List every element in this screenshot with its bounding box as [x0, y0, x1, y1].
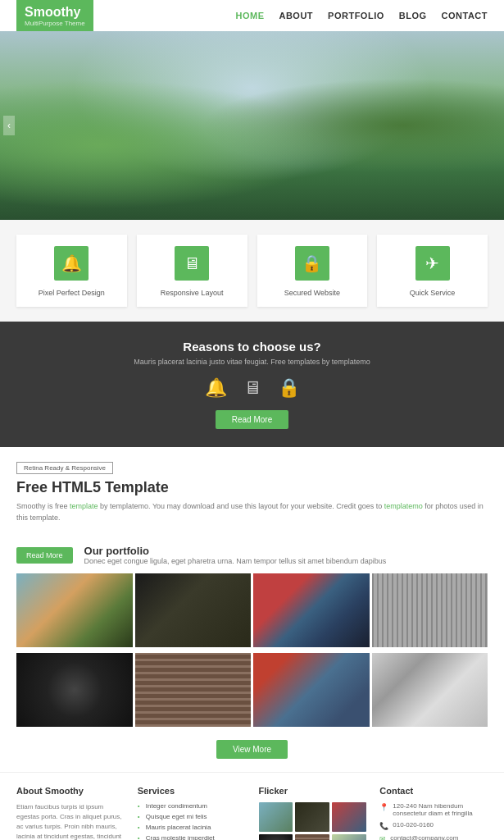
feature-card-2: 🖥 Responsive Layout	[137, 235, 247, 307]
feature-label-3: Secured Website	[284, 289, 340, 297]
feature-card-4: ✈ Quick Service	[377, 235, 488, 307]
header: Smoothy MultiPurpose Theme HOME ABOUT PO…	[0, 0, 504, 31]
portfolio-item-8[interactable]	[372, 653, 488, 727]
footer-services-col: Services Integer condimentum Quisque ege…	[138, 786, 246, 840]
flicker-grid	[259, 802, 367, 840]
flicker-item-6[interactable]	[332, 834, 366, 840]
flicker-item-3[interactable]	[332, 802, 366, 832]
badge-label: Retina Ready & Responsive	[16, 462, 113, 474]
nav-blog[interactable]: BLOG	[399, 11, 427, 21]
portfolio-item-1[interactable]	[16, 573, 133, 647]
contact-email: ✉ contact@company.com	[379, 834, 488, 840]
footer-flicker-title: Flicker	[259, 786, 367, 796]
portfolio-item-4[interactable]	[372, 573, 488, 647]
portfolio-item-7[interactable]	[253, 653, 370, 727]
monitor-icon: 🖥	[243, 377, 261, 399]
footer-about-text: Etiam faucibus turpis id ipsum egestas p…	[16, 802, 125, 840]
hero-banner: ‹	[0, 31, 504, 220]
bell-icon: 🔔	[205, 377, 227, 399]
service-item-2: Quisque eget mi felis	[138, 813, 246, 820]
view-more-button[interactable]: View More	[216, 740, 288, 759]
feature-label-1: Pixel Perfect Design	[39, 289, 105, 297]
flicker-item-1[interactable]	[259, 802, 293, 832]
feature-card-1: 🔔 Pixel Perfect Design	[16, 235, 127, 307]
lock-icon: 🔒	[278, 377, 300, 399]
flicker-item-5[interactable]	[295, 834, 329, 840]
footer-flicker-col: Flicker	[259, 786, 367, 840]
portfolio-item-3[interactable]	[253, 573, 370, 647]
contact-phone-text: 010-020-0160	[393, 821, 434, 829]
dark-icons: 🔔 🖥 🔒	[16, 377, 488, 399]
nav-about[interactable]: ABOUT	[279, 11, 313, 21]
logo[interactable]: Smoothy MultiPurpose Theme	[16, 0, 93, 31]
service-item-3: Mauris placerat lacinia	[138, 824, 246, 831]
portfolio-item-5[interactable]	[16, 653, 133, 727]
footer-services-title: Services	[138, 786, 246, 796]
footer-section: About Smoothy Etiam faucibus turpis id i…	[0, 772, 504, 840]
service-item-1: Integer condimentum	[138, 802, 246, 810]
portfolio-item-2[interactable]	[135, 573, 252, 647]
feature-icon-2: 🖥	[175, 246, 209, 281]
footer-about-col: About Smoothy Etiam faucibus turpis id i…	[16, 786, 125, 840]
template-link-1[interactable]: template	[70, 502, 98, 510]
portfolio-title: Our portfolio	[84, 545, 387, 557]
flicker-item-2[interactable]	[295, 802, 329, 832]
logo-subtitle: MultiPurpose Theme	[25, 20, 85, 27]
reasons-subtitle: Mauris placerat lacinia justo vitae feug…	[16, 358, 488, 366]
portfolio-title-section: Our portfolio Donec eget congue ligula, …	[84, 545, 387, 565]
portfolio-description: Donec eget congue ligula, eget pharetra …	[84, 557, 387, 565]
template-section: Retina Ready & Responsive Free HTML5 Tem…	[0, 447, 504, 540]
dark-reasons-section: Reasons to choose us? Mauris placerat la…	[0, 322, 504, 447]
feature-label-4: Quick Service	[410, 289, 456, 297]
footer-contact-col: Contact 📍 120-240 Nam hibendum consectet…	[379, 786, 488, 840]
view-more-section: View More	[0, 730, 504, 772]
footer-about-title: About Smoothy	[16, 786, 125, 796]
hero-prev-arrow[interactable]: ‹	[3, 116, 15, 135]
nav-portfolio[interactable]: PORTFOLIO	[328, 11, 384, 21]
footer-services-list: Integer condimentum Quisque eget mi feli…	[138, 802, 246, 840]
contact-phone: 📞 010-020-0160	[379, 821, 488, 830]
hero-image	[0, 31, 504, 220]
email-icon: ✉	[379, 835, 386, 840]
template-description: Smoothy is free template by templatemo. …	[16, 501, 488, 523]
features-section: 🔔 Pixel Perfect Design 🖥 Responsive Layo…	[0, 220, 504, 322]
reasons-title: Reasons to choose us?	[16, 340, 488, 354]
read-more-button[interactable]: Read More	[216, 410, 288, 429]
feature-label-2: Responsive Layout	[161, 289, 224, 297]
feature-icon-4: ✈	[415, 246, 450, 281]
contact-address: 📍 120-240 Nam hibendum consectetur diam …	[379, 802, 488, 817]
feature-card-3: 🔒 Secured Website	[257, 235, 368, 307]
template-title: Free HTML5 Template	[16, 479, 488, 496]
portfolio-read-more-button[interactable]: Read More	[16, 547, 73, 564]
feature-icon-3: 🔒	[295, 246, 329, 281]
phone-icon: 📞	[379, 822, 388, 830]
portfolio-item-6[interactable]	[135, 653, 252, 727]
location-icon: 📍	[379, 803, 388, 811]
flicker-item-4[interactable]	[259, 834, 293, 840]
feature-icon-1: 🔔	[54, 246, 89, 281]
portfolio-grid-row2	[0, 653, 504, 730]
contact-address-text: 120-240 Nam hibendum consectetur diam et…	[393, 802, 488, 817]
logo-title: Smoothy	[25, 5, 85, 20]
nav-contact[interactable]: CONTACT	[442, 11, 488, 21]
portfolio-header: Read More Our portfolio Donec eget congu…	[0, 540, 504, 573]
nav: HOME ABOUT PORTFOLIO BLOG CONTACT	[235, 11, 488, 21]
contact-email-text: contact@company.com	[390, 834, 458, 840]
nav-home[interactable]: HOME	[235, 11, 264, 21]
service-item-4: Cras molestie imperdiet	[138, 834, 246, 840]
footer-contact-title: Contact	[379, 786, 488, 796]
template-link-2[interactable]: templatemo	[384, 502, 423, 510]
portfolio-grid-row1	[0, 573, 504, 651]
